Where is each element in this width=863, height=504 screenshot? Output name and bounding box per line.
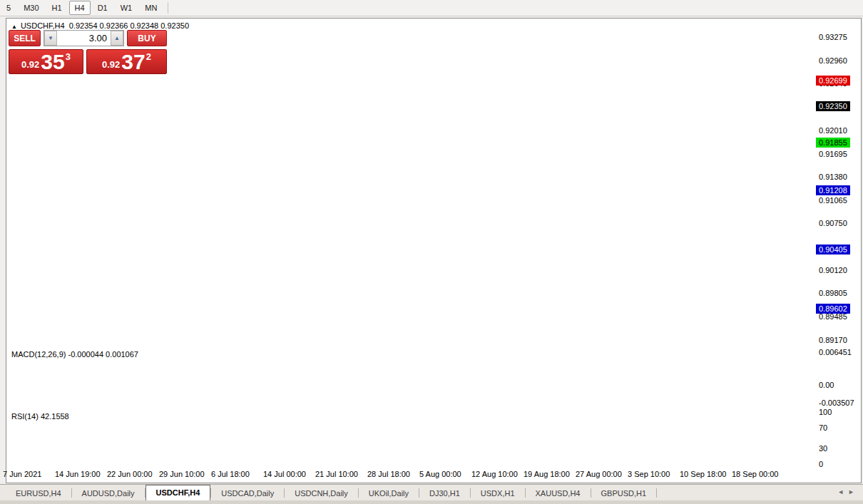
collapse-arrow-icon[interactable]: ▲ [11, 24, 17, 30]
date-tick-label: 7 Jun 2021 [3, 470, 41, 478]
date-tick-label: 27 Aug 00:00 [576, 470, 622, 478]
chart-ohlc-values: 0.92354 0.92366 0.92348 0.92350 [69, 21, 189, 30]
trading-terminal: 5M30H1H4D1W1MN ▲USDCHF,H4 0.92354 0.9236… [0, 0, 863, 504]
price-tick-label: 0.90120 [819, 266, 847, 274]
tab-separator [656, 488, 657, 498]
date-tick-label: 21 Jul 10:00 [315, 470, 358, 478]
price-level-badge: 0.92699 [816, 76, 850, 86]
macd-label: MACD(12,26,9) -0.000044 0.001067 [11, 350, 138, 359]
chart-tab-usdx[interactable]: USDX,H1 [471, 486, 525, 500]
sell-price-main: 35 [41, 52, 64, 72]
price-level-badge: 0.91855 [816, 138, 850, 148]
macd-tick-label: 0.00 [819, 381, 834, 389]
chart-tab-xauusd[interactable]: XAUUSD,H4 [526, 486, 591, 500]
price-tick-label: 0.92960 [819, 56, 847, 65]
status-strip [0, 500, 863, 504]
buy-button[interactable]: BUY [127, 30, 167, 46]
chart-tab-audusd[interactable]: AUDUSD,Daily [72, 486, 145, 500]
sell-price-box[interactable]: 0.92 35 3 [9, 49, 83, 74]
rsi-tick-label: 100 [819, 408, 832, 416]
buy-price-prefix: 0.92 [102, 59, 120, 70]
one-click-trading-panel: SELL ▼ 3.00 ▲ BUY 0.92 35 3 0.92 37 2 [9, 30, 167, 74]
chart-title: ▲USDCHF,H4 0.92354 0.92366 0.92348 0.923… [11, 21, 189, 30]
chart-tab-eurusd[interactable]: EURUSD,H4 [6, 486, 71, 500]
price-level-badge: 0.90405 [816, 245, 850, 254]
buy-price-main: 37 [121, 52, 145, 72]
date-tick-label: 12 Aug 10:00 [471, 470, 518, 478]
volume-decrease-button[interactable]: ▼ [44, 31, 57, 46]
tab-scroll-arrows[interactable]: ◄► [837, 488, 859, 495]
volume-value[interactable]: 3.00 [57, 31, 111, 46]
date-tick-label: 5 Aug 00:00 [419, 470, 461, 478]
buy-price-pip: 2 [146, 51, 151, 62]
price-tick-label: 0.89805 [819, 289, 847, 297]
tab-scroll-right-icon: ► [848, 488, 859, 495]
macd-values: -0.000044 0.001067 [68, 350, 138, 359]
date-tick-label: 19 Aug 18:00 [524, 470, 570, 478]
chart-tab-usdcad[interactable]: USDCAD,Daily [211, 486, 284, 500]
macd-tick-label: 0.006451 [819, 348, 852, 356]
date-tick-label: 18 Sep 00:00 [732, 470, 778, 478]
sell-price-prefix: 0.92 [21, 59, 39, 70]
chart-tab-usdcnh[interactable]: USDCNH,Daily [285, 486, 358, 500]
price-tick-label: 0.91695 [819, 150, 847, 158]
price-tick-label: 0.93275 [819, 33, 847, 41]
date-tick-label: 28 Jul 18:00 [367, 470, 410, 478]
rsi-tick-label: 0 [819, 460, 823, 468]
macd-tick-label: -0.003507 [819, 398, 854, 407]
rsi-label: RSI(14) 42.1558 [11, 412, 69, 421]
date-tick-label: 22 Jun 00:00 [107, 470, 153, 478]
date-tick-label: 14 Jun 19:00 [55, 470, 101, 478]
chart-tab-bar: EURUSD,H4AUDUSD,DailyUSDCHF,H4USDCAD,Dai… [0, 484, 863, 500]
volume-spinner: ▼ 3.00 ▲ [44, 30, 124, 46]
chart-tab-gbpusd[interactable]: GBPUSD,H1 [591, 486, 657, 500]
chart-tab-dj30[interactable]: DJ30,H1 [419, 486, 470, 500]
sell-price-pip: 3 [66, 51, 71, 62]
date-tick-label: 14 Jul 00:00 [263, 470, 306, 478]
chart-symbol-label: USDCHF,H4 [21, 21, 65, 30]
price-tick-label: 0.89170 [819, 336, 847, 344]
chart-tab-ukoil[interactable]: UKOil,Daily [359, 486, 419, 500]
price-level-badge: 0.91208 [816, 185, 850, 195]
rsi-tick-label: 70 [819, 423, 827, 432]
rsi-value: 42.1558 [41, 412, 69, 421]
chart-canvas[interactable] [0, 0, 863, 504]
price-level-badge: 0.92350 [816, 101, 850, 111]
rsi-tick-label: 30 [819, 444, 827, 453]
date-tick-label: 10 Sep 18:00 [680, 470, 726, 478]
price-tick-label: 0.90750 [819, 219, 847, 227]
sell-button[interactable]: SELL [9, 30, 41, 46]
date-tick-label: 29 Jun 10:00 [159, 470, 205, 478]
date-tick-label: 6 Jul 18:00 [211, 470, 250, 478]
tab-scroll-left-icon: ◄ [837, 488, 848, 495]
buy-price-box[interactable]: 0.92 37 2 [86, 49, 167, 74]
chart-tab-usdchf[interactable]: USDCHF,H4 [145, 485, 211, 500]
price-tick-label: 0.92010 [819, 126, 847, 135]
price-tick-label: 0.91065 [819, 196, 847, 205]
price-tick-label: 0.91380 [819, 173, 847, 181]
price-level-badge: 0.89602 [816, 304, 850, 314]
date-tick-label: 3 Sep 10:00 [628, 470, 670, 478]
volume-increase-button[interactable]: ▲ [111, 31, 123, 46]
